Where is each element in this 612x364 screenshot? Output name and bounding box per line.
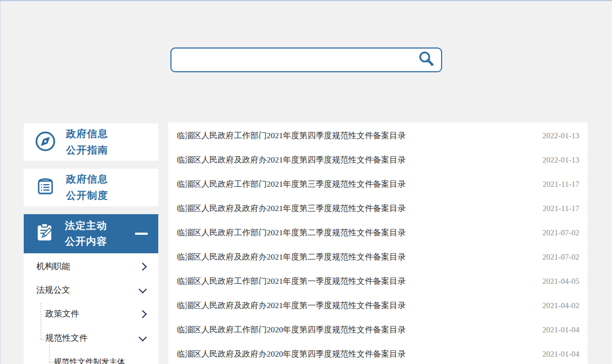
document-title-link[interactable]: 临淄区人民政府及政府办2021年度第二季度规范性文件备案目录 (177, 252, 406, 263)
list-item[interactable]: 临淄区人民政府及政府办2020年度第四季度规范性文件备案目录2021-01-04 (168, 342, 588, 364)
document-date: 2021-04-05 (542, 277, 579, 286)
submenu-item-label: 机构职能 (36, 261, 70, 272)
document-date: 2021-11-17 (543, 204, 579, 213)
document-title-link[interactable]: 临淄区人民政府工作部门2021年度第四季度规范性文件备案目录 (177, 130, 406, 141)
sidebar-submenu: 机构职能 法规公文 政策文件 规范性文件 规范性文件制发主体 (24, 254, 158, 364)
submenu-item-label: 规范性文件制发主体 (54, 357, 125, 364)
submenu-item-policy-documents[interactable]: 政策文件 (24, 301, 158, 327)
document-title-link[interactable]: 临淄区人民政府工作部门2021年度第三季度规范性文件备案目录 (177, 179, 406, 190)
chevron-right-icon (139, 310, 147, 318)
list-item[interactable]: 临淄区人民政府及政府办2021年度第三季度规范性文件备案目录2021-11-17 (168, 196, 588, 221)
submenu-item-laws-documents[interactable]: 法规公文 (24, 279, 158, 301)
search-button[interactable] (417, 49, 441, 71)
notebook-icon (33, 175, 58, 201)
submenu-item-agency-functions[interactable]: 机构职能 (24, 254, 158, 279)
submenu-item-label: 政策文件 (45, 309, 79, 320)
document-date: 2022-01-13 (542, 156, 579, 165)
search-icon (417, 50, 435, 70)
document-title-link[interactable]: 临淄区人民政府及政府办2021年度第三季度规范性文件备案目录 (177, 203, 406, 214)
collapse-minus-icon[interactable] (135, 233, 148, 235)
list-item[interactable]: 临淄区人民政府及政府办2021年度第一季度规范性文件备案目录2021-04-02 (168, 293, 588, 318)
clipboard-pencil-icon (33, 221, 56, 246)
list-item[interactable]: 临淄区人民政府工作部门2021年度第三季度规范性文件备案目录2021-11-17 (168, 172, 588, 196)
document-date: 2021-07-02 (542, 228, 579, 237)
document-date: 2021-01-04 (542, 325, 579, 334)
list-item[interactable]: 临淄区人民政府工作部门2021年度第一季度规范性文件备案目录2021-04-05 (168, 269, 588, 293)
submenu-item-label: 规范性文件 (45, 333, 88, 344)
list-item[interactable]: 临淄区人民政府及政府办2021年度第二季度规范性文件备案目录2021-07-02 (168, 245, 588, 269)
document-title-link[interactable]: 临淄区人民政府工作部门2020年度第四季度规范性文件备案目录 (177, 324, 406, 336)
search-bar (170, 47, 442, 72)
compass-icon (33, 129, 58, 156)
submenu-item-normative-doc-issuers[interactable]: 规范性文件制发主体 (24, 350, 158, 364)
sidebar: 政府信息 公开指南 政府信息 公开制度 (24, 123, 158, 253)
chevron-down-icon (139, 285, 147, 293)
search-input[interactable] (171, 49, 417, 71)
list-item[interactable]: 临淄区人民政府工作部门2020年度第四季度规范性文件备案目录2021-01-04 (168, 318, 588, 342)
document-date: 2021-11-17 (543, 180, 579, 189)
sidebar-item-statutory-disclosure[interactable]: 法定主动 公开内容 (24, 214, 158, 253)
submenu-item-normative-documents[interactable]: 规范性文件 (24, 327, 158, 350)
document-title-link[interactable]: 临淄区人民政府及政府办2020年度第四季度规范性文件备案目录 (177, 349, 406, 360)
document-title-link[interactable]: 临淄区人民政府工作部门2021年度第二季度规范性文件备案目录 (177, 227, 406, 238)
sidebar-item-disclosure-system[interactable]: 政府信息 公开制度 (24, 169, 158, 206)
document-title-link[interactable]: 临淄区人民政府及政府办2021年度第四季度规范性文件备案目录 (177, 155, 406, 166)
chevron-down-icon (139, 333, 147, 341)
document-title-link[interactable]: 临淄区人民政府及政府办2021年度第一季度规范性文件备案目录 (177, 300, 406, 311)
sidebar-item-label: 法定主动 公开内容 (65, 218, 107, 250)
submenu-item-label: 法规公文 (36, 285, 70, 296)
sidebar-item-label: 政府信息 公开制度 (66, 171, 108, 204)
list-item[interactable]: 临淄区人民政府工作部门2021年度第二季度规范性文件备案目录2021-07-02 (168, 221, 588, 245)
list-item[interactable]: 临淄区人民政府及政府办2021年度第四季度规范性文件备案目录2022-01-13 (168, 148, 588, 172)
document-date: 2021-01-04 (542, 350, 579, 359)
document-title-link[interactable]: 临淄区人民政府工作部门2021年度第一季度规范性文件备案目录 (177, 276, 406, 287)
list-item[interactable]: 临淄区人民政府工作部门2021年度第四季度规范性文件备案目录2022-01-13 (168, 123, 588, 148)
chevron-right-icon (139, 263, 147, 271)
sidebar-item-label: 政府信息 公开指南 (66, 126, 108, 158)
document-date: 2022-01-13 (542, 131, 579, 140)
sidebar-item-disclosure-guide[interactable]: 政府信息 公开指南 (24, 123, 158, 161)
document-date: 2021-07-02 (542, 253, 579, 262)
document-list: 临淄区人民政府工作部门2021年度第四季度规范性文件备案目录2022-01-13… (168, 122, 588, 364)
document-date: 2021-04-02 (542, 301, 579, 310)
